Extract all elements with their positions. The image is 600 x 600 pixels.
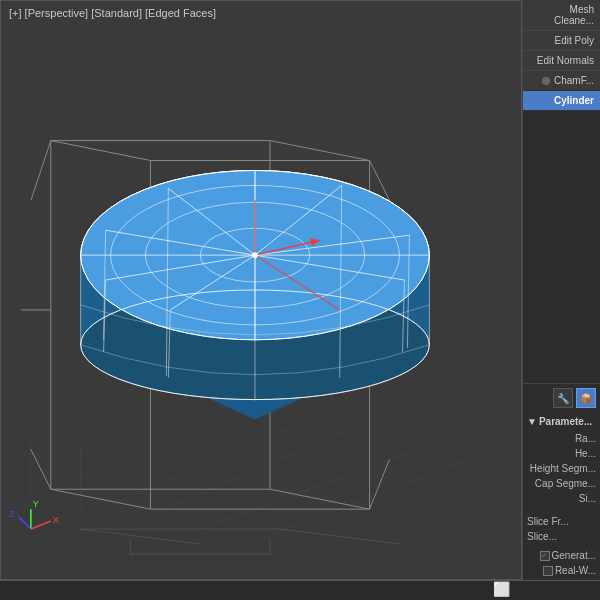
svg-text:X: X: [53, 515, 59, 525]
real-world-row: Real-W...: [523, 563, 600, 578]
mesh-cleaner-button[interactable]: Mesh Cleane...: [523, 0, 600, 31]
3d-scene: X Y Z: [1, 1, 521, 579]
parameters-content: Ra... He... Height Segm... Cap Segme... …: [523, 429, 600, 580]
cylinder-item[interactable]: Cylinder: [523, 91, 600, 111]
edit-normals-button[interactable]: Edit Normals: [523, 51, 600, 71]
viewport[interactable]: [+] [Perspective] [Standard] [Edged Face…: [0, 0, 522, 580]
slice-from-label: Slice Fr...: [523, 514, 600, 529]
generate-row: Generat...: [523, 548, 600, 563]
chamfer-item[interactable]: ChamF...: [523, 71, 600, 91]
cap-seg-label: Cap Segme...: [523, 476, 600, 491]
radius-label: Ra...: [523, 431, 600, 446]
params-title: Paramete...: [539, 416, 592, 427]
status-bar: ⬜: [0, 580, 600, 600]
height-label: He...: [523, 446, 600, 461]
svg-point-68: [252, 252, 258, 258]
real-world-label: Real-W...: [555, 565, 596, 576]
generate-checkbox[interactable]: [540, 551, 550, 561]
pointer-icon-btn[interactable]: 🔧: [553, 388, 573, 408]
modifier-icon-btn[interactable]: 📦: [576, 388, 596, 408]
chamfer-dot: [542, 77, 550, 85]
svg-text:Z: Z: [9, 509, 15, 519]
height-seg-label: Height Segm...: [523, 461, 600, 476]
generate-label: Generat...: [552, 550, 596, 561]
svg-text:Y: Y: [33, 499, 39, 509]
cursor-indicator: ⬜: [493, 581, 510, 597]
viewport-label: [+] [Perspective] [Standard] [Edged Face…: [9, 7, 216, 19]
params-arrow: ▼: [527, 416, 537, 427]
modifier-list-empty: [523, 111, 600, 383]
real-world-checkbox[interactable]: [543, 566, 553, 576]
modifier-toolbar: 🔧 📦: [523, 383, 600, 412]
right-panel: Mesh Cleane... Edit Poly Edit Normals Ch…: [522, 0, 600, 580]
sides-label: Si...: [523, 491, 600, 506]
edit-poly-button[interactable]: Edit Poly: [523, 31, 600, 51]
slice-to-label: Slice...: [523, 529, 600, 544]
parameters-header: ▼ Paramete...: [523, 412, 600, 429]
chamfer-label: ChamF...: [554, 75, 594, 86]
